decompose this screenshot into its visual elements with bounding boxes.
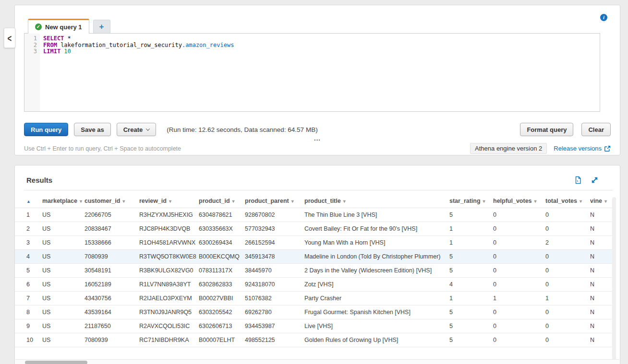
column-label: total_votes xyxy=(545,198,577,204)
table-row[interactable]: 6US16052189R1LV7NN89A38YT630286283392431… xyxy=(15,278,614,292)
column-header-vine[interactable]: vine▾ xyxy=(590,194,614,208)
table-row[interactable]: 8US43539164R3TN0J9JANR9Q5630320554269262… xyxy=(15,305,614,319)
code-line: SELECT * xyxy=(43,35,234,42)
cell-marketplace: US xyxy=(42,208,85,222)
column-header-review_id[interactable]: review_id▾ xyxy=(139,194,199,208)
cell-product_id: B00007ELHT xyxy=(199,333,245,347)
table-row[interactable]: 1US22066705R3HZYXMJ5HEXIG630487862192867… xyxy=(15,208,614,222)
create-dropdown-button[interactable]: Create xyxy=(117,123,156,136)
column-filter-caret-icon: ▾ xyxy=(580,199,582,204)
cell-marketplace: US xyxy=(42,278,85,292)
cell-vine: N xyxy=(590,264,614,278)
sql-editor[interactable]: 123 SELECT *FROM lakeformation_tutorial_… xyxy=(24,33,600,112)
column-header-marketplace[interactable]: marketplace▾ xyxy=(42,194,85,208)
cell-product_parent: 345913478 xyxy=(245,250,304,264)
cell-total_votes: 0 xyxy=(545,319,590,333)
cell-star_rating: 5 xyxy=(449,305,493,319)
cell-product_title: Madeline in London (Told By Christopher … xyxy=(304,250,449,264)
cell-product_title: Party Crasher xyxy=(304,292,449,305)
column-header-star_rating[interactable]: star_rating▾ xyxy=(449,194,493,208)
expand-results-icon[interactable] xyxy=(591,176,599,184)
column-filter-caret-icon: ▾ xyxy=(534,199,537,204)
row-number-cell: 7 xyxy=(15,292,42,305)
sort-column-header[interactable]: ▲ xyxy=(15,194,42,208)
cell-product_id: 6300269434 xyxy=(199,236,245,250)
cell-product_id: 078311317X xyxy=(199,264,245,278)
horizontal-scrollbar-thumb[interactable] xyxy=(25,361,87,364)
cell-product_parent: 924318070 xyxy=(245,278,304,292)
cell-product_parent: 498552125 xyxy=(245,333,304,347)
cell-product_title: Young Man With a Horn [VHS] xyxy=(304,236,449,250)
release-versions-link[interactable]: Release versions xyxy=(554,145,611,152)
cell-star_rating: 5 xyxy=(449,250,493,264)
table-row[interactable]: 4US7080939R3TWQ5OT8KW0E8B000EKCQMQ345913… xyxy=(15,250,614,264)
table-row[interactable]: 3US15338666R1OH4581ARVWNX630026943426615… xyxy=(15,236,614,250)
new-tab-button[interactable]: + xyxy=(93,20,110,34)
format-query-button[interactable]: Format query xyxy=(520,123,573,136)
line-number: 1 xyxy=(24,35,37,42)
cell-vine: N xyxy=(590,278,614,292)
cell-helpful_votes: 0 xyxy=(493,236,545,250)
cell-product_title: Live [VHS] xyxy=(304,319,449,333)
column-label: marketplace xyxy=(42,198,77,204)
cell-star_rating: 5 xyxy=(449,208,493,222)
column-header-helpful_votes[interactable]: helpful_votes▾ xyxy=(493,194,545,208)
query-toolbar: Run query Save as Create (Run time: 12.6… xyxy=(24,123,611,136)
column-header-customer_id[interactable]: customer_id▾ xyxy=(85,194,139,208)
column-filter-caret-icon: ▾ xyxy=(169,199,171,204)
column-label: product_title xyxy=(304,198,341,204)
cell-star_rating: 5 xyxy=(449,319,493,333)
cell-product_id: 6302606713 xyxy=(199,319,245,333)
column-label: star_rating xyxy=(449,198,481,204)
cell-customer_id: 20838467 xyxy=(85,222,139,236)
cell-helpful_votes: 0 xyxy=(493,222,545,236)
collapse-sidebar-button[interactable]: < xyxy=(4,28,15,48)
cell-star_rating: 1 xyxy=(449,222,493,236)
cell-total_votes: 0 xyxy=(545,333,590,347)
cell-vine: N xyxy=(590,222,614,236)
column-header-total_votes[interactable]: total_votes▾ xyxy=(545,194,590,208)
table-row[interactable]: 10US7080939RC71NIBDHR9KAB00007ELHT498552… xyxy=(15,333,614,347)
cell-helpful_votes: 0 xyxy=(493,208,545,222)
code-line: LIMIT 10 xyxy=(43,48,234,55)
cell-total_votes: 0 xyxy=(545,250,590,264)
panel-resize-handle[interactable]: ... xyxy=(314,135,321,142)
run-query-button[interactable]: Run query xyxy=(24,123,68,136)
vertical-scrollbar[interactable] xyxy=(612,197,616,364)
cell-review_id: R3HZYXMJ5HEXIG xyxy=(139,208,199,222)
cell-helpful_votes: 0 xyxy=(493,264,545,278)
column-header-product_parent[interactable]: product_parent▾ xyxy=(245,194,304,208)
horizontal-scrollbar[interactable] xyxy=(15,359,619,364)
info-icon[interactable]: i xyxy=(600,14,607,21)
cell-helpful_votes: 0 xyxy=(493,319,545,333)
engine-version-badge[interactable]: Athena engine version 2 xyxy=(470,143,547,154)
column-label: review_id xyxy=(139,198,167,204)
tab-new-query-1[interactable]: ✓ New query 1 xyxy=(28,19,89,34)
cell-product_title: Zotz [VHS] xyxy=(304,278,449,292)
external-link-icon xyxy=(604,145,611,152)
table-row[interactable]: 2US20838467RJC8PH4K3DVQB630335663X577032… xyxy=(15,222,614,236)
column-filter-caret-icon: ▾ xyxy=(80,199,82,204)
cell-marketplace: US xyxy=(42,250,85,264)
column-filter-caret-icon: ▾ xyxy=(291,199,294,204)
table-row[interactable]: 9US21187650R2AVXCQOLI53IC630260671393445… xyxy=(15,319,614,333)
save-as-button[interactable]: Save as xyxy=(74,123,110,136)
cell-customer_id: 30548191 xyxy=(85,264,139,278)
release-versions-label: Release versions xyxy=(554,145,602,152)
row-number-cell: 1 xyxy=(15,208,42,222)
column-filter-caret-icon: ▾ xyxy=(232,199,235,204)
table-row[interactable]: 7US43430756R2IJAELO3PXEYMB00027VBBI51076… xyxy=(15,292,614,305)
row-number-cell: 2 xyxy=(15,222,42,236)
sql-code: SELECT *FROM lakeformation_tutorial_row_… xyxy=(40,34,234,111)
column-header-product_id[interactable]: product_id▾ xyxy=(199,194,245,208)
download-results-icon[interactable] xyxy=(574,176,582,184)
cell-product_id: 630335663X xyxy=(199,222,245,236)
table-row[interactable]: 5US30548191R3BK9ULGX82VG0078311317X38445… xyxy=(15,264,614,278)
column-header-product_title[interactable]: product_title▾ xyxy=(304,194,449,208)
sort-ascending-icon: ▲ xyxy=(26,199,31,204)
column-label: product_parent xyxy=(245,198,289,204)
clear-button[interactable]: Clear xyxy=(581,123,611,136)
cell-product_id: 6304878621 xyxy=(199,208,245,222)
cell-customer_id: 7080939 xyxy=(85,333,139,347)
cell-product_id: 6302862833 xyxy=(199,278,245,292)
